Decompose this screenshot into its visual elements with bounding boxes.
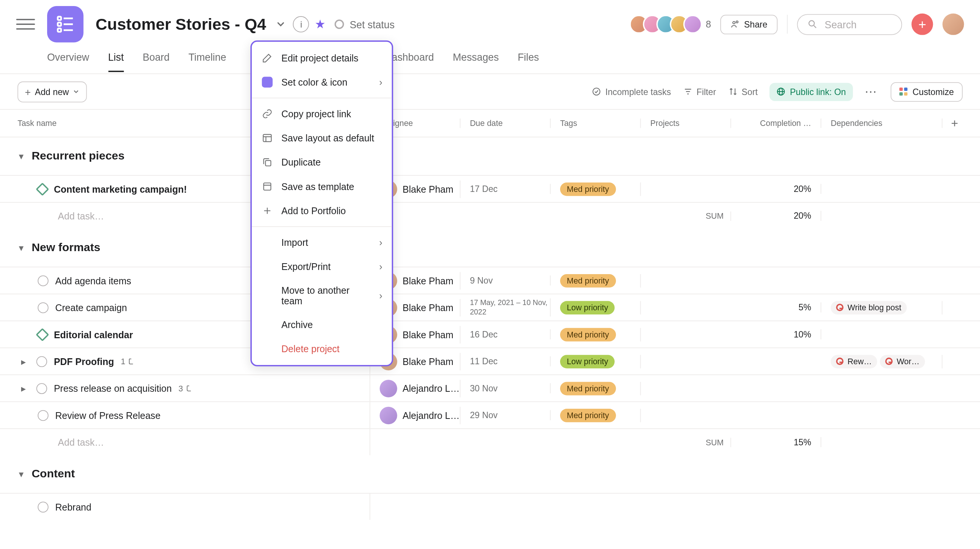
tab-timeline[interactable]: Timeline bbox=[188, 43, 226, 72]
col-header-projects[interactable]: Projects bbox=[641, 118, 731, 128]
due-cell[interactable]: 30 Nov bbox=[461, 383, 551, 393]
tab-files[interactable]: Files bbox=[517, 43, 539, 72]
completion-cell[interactable]: 5% bbox=[731, 302, 821, 313]
completion-cell[interactable]: 10% bbox=[731, 329, 821, 339]
check-circle-icon[interactable] bbox=[36, 356, 47, 367]
deps-cell[interactable]: Rew…Wor… bbox=[821, 355, 942, 368]
ctx-add-portfolio[interactable]: Add to Portfolio bbox=[252, 199, 391, 223]
task-name[interactable]: Content marketing campaign! bbox=[54, 184, 187, 194]
tags-cell[interactable]: Med priority bbox=[551, 408, 641, 422]
section-title[interactable]: Content bbox=[32, 467, 75, 481]
section-caret[interactable]: ▾ bbox=[19, 242, 24, 253]
ctx-label: Delete project bbox=[282, 344, 340, 355]
check-circle-icon[interactable] bbox=[38, 275, 49, 286]
customize-button[interactable]: Customize bbox=[890, 82, 963, 102]
more-actions-button[interactable]: ⋯ bbox=[865, 84, 878, 99]
favorite-star-icon[interactable]: ★ bbox=[315, 17, 326, 32]
tags-cell[interactable]: Med priority bbox=[551, 182, 641, 196]
due-cell[interactable]: 9 Nov bbox=[461, 275, 551, 285]
tags-cell[interactable]: Med priority bbox=[551, 328, 641, 341]
search-input[interactable]: Search bbox=[797, 14, 902, 35]
assignee-cell[interactable]: Alejandro L… bbox=[370, 379, 460, 397]
ctx-export[interactable]: Export/Print› bbox=[252, 255, 391, 278]
completion-cell[interactable]: 20% bbox=[731, 184, 821, 194]
tags-cell[interactable]: Med priority bbox=[551, 382, 641, 395]
task-name[interactable]: Rebrand bbox=[55, 501, 91, 512]
task-name[interactable]: Add agenda items bbox=[55, 275, 131, 286]
section-title[interactable]: New formats bbox=[32, 241, 100, 255]
avatar bbox=[380, 406, 397, 424]
ctx-delete[interactable]: Delete project bbox=[252, 337, 391, 361]
ctx-archive[interactable]: Archive bbox=[252, 313, 391, 337]
dependency-pill[interactable]: Wor… bbox=[880, 355, 924, 368]
user-avatar[interactable] bbox=[942, 14, 964, 35]
task-name[interactable]: Create campaign bbox=[55, 302, 127, 313]
ctx-move-team[interactable]: Move to another team› bbox=[252, 278, 391, 312]
due-cell[interactable]: 16 Dec bbox=[461, 329, 551, 339]
ctx-save-template[interactable]: Save as template bbox=[252, 175, 391, 199]
sort-button[interactable]: Sort bbox=[728, 87, 757, 97]
task-name[interactable]: Review of Press Release bbox=[55, 410, 160, 421]
tab-messages[interactable]: Messages bbox=[453, 43, 499, 72]
ctx-set-color[interactable]: Set color & icon› bbox=[252, 70, 391, 94]
tab-board[interactable]: Board bbox=[143, 43, 169, 72]
col-header-due[interactable]: Due date bbox=[461, 118, 551, 128]
tags-cell[interactable]: Low priority bbox=[551, 355, 641, 368]
project-tabs: Overview List Board Timeline ashboard Me… bbox=[0, 42, 980, 74]
tab-list[interactable]: List bbox=[108, 43, 124, 72]
tags-cell[interactable]: Med priority bbox=[551, 274, 641, 287]
task-name[interactable]: PDF Proofing bbox=[54, 356, 114, 367]
check-circle-icon[interactable] bbox=[38, 410, 49, 421]
spacer bbox=[261, 318, 273, 331]
assignee-cell[interactable]: Alejandro L… bbox=[370, 406, 460, 424]
priority-tag: Low priority bbox=[560, 355, 615, 368]
set-status-button[interactable]: Set status bbox=[335, 19, 394, 30]
tab-dashboard-partial[interactable]: ashboard bbox=[392, 43, 434, 72]
completion-filter[interactable]: Incomplete tasks bbox=[592, 87, 671, 97]
section-caret[interactable]: ▾ bbox=[19, 151, 24, 162]
add-new-button[interactable]: + Add new bbox=[18, 81, 87, 102]
col-header-completion[interactable]: Completion … bbox=[731, 118, 821, 128]
ctx-import[interactable]: Import› bbox=[252, 231, 391, 255]
task-name[interactable]: Editorial calendar bbox=[54, 329, 133, 340]
dependency-pill[interactable]: Write blog post bbox=[831, 301, 907, 314]
public-link-pill[interactable]: Public link: On bbox=[770, 83, 853, 101]
hamburger-menu[interactable] bbox=[16, 15, 35, 33]
info-icon[interactable]: i bbox=[293, 16, 309, 32]
milestone-icon[interactable] bbox=[36, 182, 49, 195]
assignee-name: Alejandro L… bbox=[402, 383, 460, 394]
ctx-save-layout[interactable]: Save layout as default bbox=[252, 126, 391, 150]
tab-overview[interactable]: Overview bbox=[47, 43, 89, 72]
priority-tag: Med priority bbox=[560, 274, 616, 287]
col-header-tags[interactable]: Tags bbox=[551, 118, 641, 128]
project-menu-chevron[interactable] bbox=[273, 16, 289, 32]
add-task-link[interactable]: Add task… bbox=[0, 429, 370, 455]
add-column-button[interactable]: + bbox=[942, 116, 966, 130]
section-title[interactable]: Recurrent pieces bbox=[32, 149, 124, 163]
ctx-edit-details[interactable]: Edit project details bbox=[252, 46, 391, 70]
due-cell[interactable]: 17 May, 2021 – 10 Nov, 2022 bbox=[461, 299, 551, 317]
expander-icon[interactable]: ▸ bbox=[18, 383, 29, 394]
due-cell[interactable]: 29 Nov bbox=[461, 410, 551, 420]
task-name[interactable]: Press release on acquisition bbox=[54, 383, 172, 394]
share-button[interactable]: Share bbox=[721, 14, 778, 34]
customize-label: Customize bbox=[913, 87, 954, 97]
check-circle-icon[interactable] bbox=[38, 302, 49, 313]
milestone-icon[interactable] bbox=[36, 328, 49, 341]
deps-cell[interactable]: Write blog post bbox=[821, 301, 942, 314]
dependency-pill[interactable]: Rew… bbox=[831, 355, 877, 368]
global-add-button[interactable]: + bbox=[912, 14, 933, 35]
assignee-name: Blake Pham bbox=[402, 302, 453, 313]
section-caret[interactable]: ▾ bbox=[19, 469, 24, 480]
member-avatars[interactable]: 8 bbox=[629, 15, 711, 33]
ctx-duplicate[interactable]: Duplicate bbox=[252, 150, 391, 174]
expander-icon[interactable]: ▸ bbox=[18, 356, 29, 367]
filter-button[interactable]: Filter bbox=[683, 87, 716, 97]
due-cell[interactable]: 11 Dec bbox=[461, 356, 551, 366]
check-circle-icon[interactable] bbox=[36, 383, 47, 394]
col-header-deps[interactable]: Dependencies bbox=[821, 118, 942, 128]
ctx-copy-link[interactable]: Copy project link bbox=[252, 102, 391, 126]
due-cell[interactable]: 17 Dec bbox=[461, 184, 551, 194]
check-circle-icon[interactable] bbox=[38, 501, 49, 512]
tags-cell[interactable]: Low priority bbox=[551, 301, 641, 314]
